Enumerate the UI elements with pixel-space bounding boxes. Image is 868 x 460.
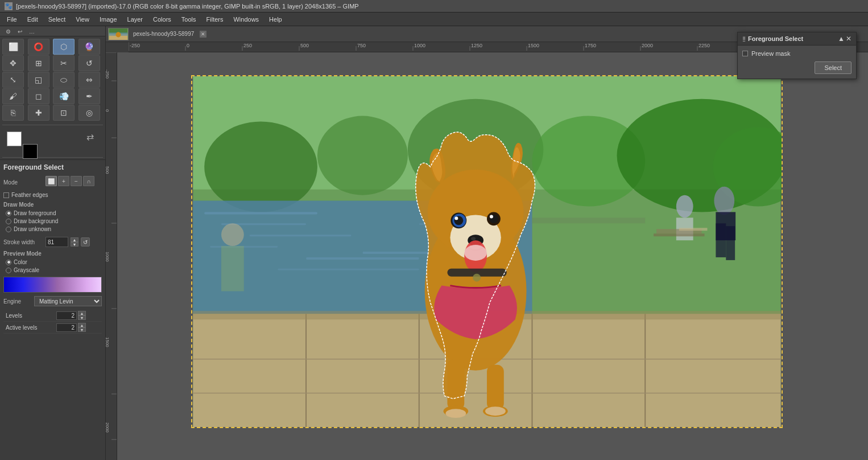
engine-select[interactable]: Matting Levin Matting Global	[34, 296, 102, 306]
levels-input[interactable]	[56, 311, 77, 320]
preview-color-label: Color	[14, 259, 27, 265]
fg-dialog-up-button[interactable]: ▲	[838, 35, 845, 43]
draw-foreground-radio[interactable]	[6, 211, 11, 216]
svg-rect-71	[726, 226, 735, 260]
menu-help[interactable]: Help	[264, 15, 287, 24]
tool-blur[interactable]: ◎	[78, 105, 100, 121]
svg-point-93	[473, 274, 481, 282]
draw-background-option[interactable]: Draw background	[6, 218, 102, 224]
image-thumbnail	[108, 28, 129, 40]
levels-row: Levels ▲ ▼	[3, 310, 102, 322]
tool-paint[interactable]: 🖌	[2, 88, 24, 104]
app-icon: 🐾	[5, 2, 13, 10]
canvas-image[interactable]	[191, 75, 783, 428]
menu-filters[interactable]: Filters	[202, 15, 228, 24]
tool-rotate[interactable]: ↺	[78, 55, 100, 71]
svg-text:1500: 1500	[528, 43, 539, 48]
tab-more[interactable]: …	[26, 27, 38, 36]
preview-color-radio[interactable]	[6, 260, 11, 265]
select-button[interactable]: Select	[815, 61, 852, 74]
background-color[interactable]	[23, 144, 38, 159]
svg-text:250: 250	[243, 43, 252, 48]
feather-edges-row: Feather edges	[3, 192, 102, 198]
draw-background-radio[interactable]	[6, 219, 11, 224]
tool-heal[interactable]: ✚	[28, 105, 49, 121]
foreground-color[interactable]	[7, 132, 22, 146]
svg-text:1750: 1750	[585, 43, 596, 48]
tool-perspective[interactable]: ⬭	[53, 72, 75, 88]
menu-colors[interactable]: Colors	[148, 15, 176, 24]
color-area: ⇄	[0, 127, 105, 155]
feather-edges-checkbox-group[interactable]: Feather edges	[3, 192, 48, 198]
levels-label: Levels	[3, 310, 54, 322]
tool-grid: ⬜ ⭕ ⬡ 🔮 ✥ ⊞ ✂ ↺ ⤡ ◱ ⬭ ⇔ 🖌 ◻ 💨 ✒ ⎘ ✚ ⊡ ◎	[0, 36, 105, 123]
tool-eraser[interactable]: ◻	[28, 88, 49, 104]
draw-foreground-option[interactable]: Draw foreground	[6, 210, 102, 216]
svg-point-91	[464, 245, 487, 261]
stroke-width-input[interactable]	[46, 237, 68, 247]
levels-down[interactable]: ▼	[78, 315, 86, 320]
tool-perspective-clone[interactable]: ⊡	[53, 105, 75, 121]
svg-text:-250: -250	[106, 69, 110, 79]
swap-colors-icon[interactable]: ⇄	[86, 132, 94, 142]
mode-subtract[interactable]: −	[71, 176, 82, 186]
tool-ellipse-select[interactable]: ⭕	[28, 39, 49, 55]
menu-windows[interactable]: Windows	[229, 15, 263, 24]
preview-grayscale-radio[interactable]	[6, 268, 11, 273]
svg-rect-77	[532, 217, 645, 223]
tool-fuzzy-select[interactable]: 🔮	[78, 39, 100, 55]
draw-unknown-option[interactable]: Draw unknown	[6, 226, 102, 232]
mode-row: Mode ⬜ + − ∩	[3, 176, 102, 188]
menu-bar: File Edit Select View Image Layer Colors…	[0, 13, 868, 26]
tool-rect-select[interactable]: ⬜	[2, 39, 24, 55]
draw-foreground-label: Draw foreground	[14, 210, 56, 216]
preview-color-option[interactable]: Color	[6, 259, 102, 265]
draw-unknown-radio[interactable]	[6, 227, 11, 232]
mode-intersect[interactable]: ∩	[83, 176, 94, 186]
tool-clone[interactable]: ⎘	[2, 105, 24, 121]
menu-layer[interactable]: Layer	[123, 15, 148, 24]
image-svg	[192, 76, 782, 427]
active-levels-down[interactable]: ▼	[78, 327, 86, 332]
active-levels-up[interactable]: ▲	[78, 323, 86, 327]
menu-edit[interactable]: Edit	[23, 15, 43, 24]
tool-crop[interactable]: ✂	[53, 55, 75, 71]
image-tab-title[interactable]: pexels-hnoody93-58997	[133, 31, 194, 37]
tool-flip[interactable]: ⇔	[78, 72, 100, 88]
mode-buttons: ⬜ + − ∩	[46, 176, 94, 186]
svg-text:1000: 1000	[414, 43, 425, 48]
preview-grayscale-option[interactable]: Grayscale	[6, 267, 102, 273]
preview-mask-checkbox[interactable]	[742, 51, 748, 56]
menu-select[interactable]: Select	[44, 15, 71, 24]
tool-move[interactable]: ✥	[2, 55, 24, 71]
svg-text:2250: 2250	[698, 43, 710, 48]
svg-text:2000: 2000	[106, 422, 110, 433]
menu-image[interactable]: Image	[95, 15, 122, 24]
active-levels-input[interactable]	[56, 323, 77, 332]
tool-ink[interactable]: ✒	[78, 88, 100, 104]
mode-replace[interactable]: ⬜	[46, 176, 57, 186]
mode-add[interactable]: +	[58, 176, 69, 186]
tool-align[interactable]: ⊞	[28, 55, 49, 71]
stroke-width-down[interactable]: ▼	[71, 242, 78, 247]
svg-text:0: 0	[187, 43, 189, 48]
preview-mode-section-label: Preview Mode	[3, 250, 102, 257]
tool-shear[interactable]: ◱	[28, 72, 49, 88]
fg-dialog-close-button[interactable]: ✕	[846, 35, 852, 43]
image-tab-close[interactable]: ✕	[200, 31, 206, 38]
menu-file[interactable]: File	[2, 15, 22, 24]
tool-free-select[interactable]: ⬡	[53, 39, 75, 55]
menu-tools[interactable]: Tools	[177, 15, 201, 24]
stroke-refresh-button[interactable]: ↺	[81, 237, 90, 247]
levels-up[interactable]: ▲	[78, 311, 86, 315]
menu-view[interactable]: View	[71, 15, 94, 24]
svg-point-42	[204, 121, 317, 212]
feather-edges-checkbox[interactable]	[3, 192, 9, 198]
canvas-content[interactable]	[117, 52, 868, 460]
tool-airbrush[interactable]: 💨	[53, 88, 75, 104]
tab-tool-options[interactable]: ⚙	[2, 27, 14, 36]
stroke-width-up[interactable]: ▲	[71, 237, 78, 242]
levels-spinner: ▲ ▼	[78, 311, 86, 320]
tab-history[interactable]: ↩	[14, 27, 26, 36]
tool-scale[interactable]: ⤡	[2, 72, 24, 88]
